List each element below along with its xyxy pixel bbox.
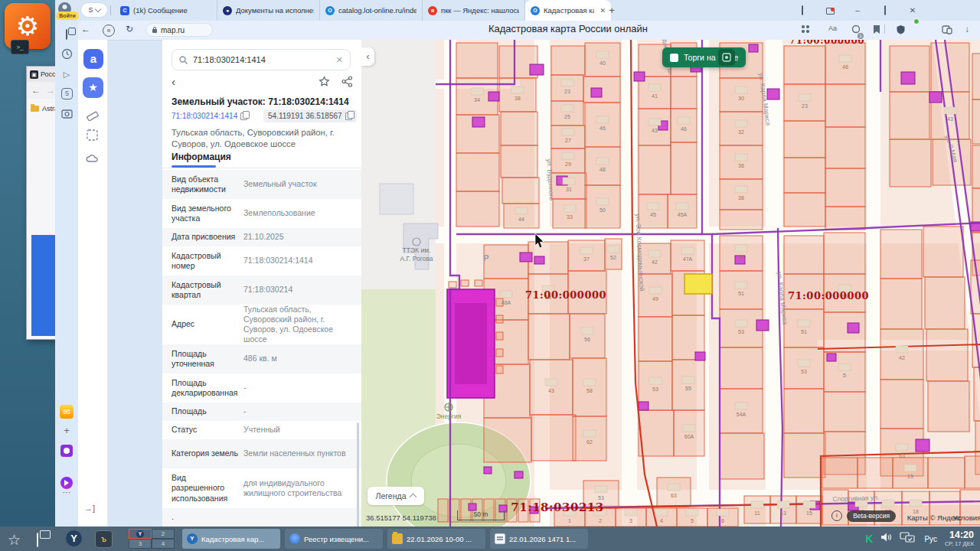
parcel[interactable] bbox=[501, 112, 537, 145]
parcel[interactable] bbox=[456, 43, 498, 78]
add-service-icon[interactable]: + bbox=[60, 425, 73, 437]
parcel[interactable] bbox=[928, 458, 965, 488]
yandex-browser-taskbar-icon[interactable]: Y bbox=[66, 530, 82, 546]
parcel[interactable] bbox=[720, 112, 763, 145]
parcel[interactable] bbox=[825, 43, 865, 84]
parcel[interactable] bbox=[605, 239, 622, 269]
measure-icon[interactable] bbox=[86, 107, 100, 121]
parcel[interactable] bbox=[449, 282, 456, 288]
parcel[interactable] bbox=[553, 199, 586, 228]
parcel[interactable] bbox=[784, 84, 825, 121]
parcel[interactable] bbox=[784, 121, 825, 158]
language-indicator[interactable]: Рус bbox=[924, 535, 937, 543]
parcel[interactable] bbox=[671, 240, 704, 271]
tab[interactable]: япкк — Яндекс: нашлось bbox=[423, 0, 525, 21]
app-taskbar-icon[interactable]: ъ bbox=[95, 530, 113, 548]
coords-chip[interactable]: 54.119191 36.518567 bbox=[263, 109, 357, 122]
parcel[interactable] bbox=[825, 168, 865, 207]
tab[interactable]: C(1k) Сообщение bbox=[115, 0, 217, 21]
parcel[interactable] bbox=[438, 499, 448, 522]
favorite-star-icon[interactable] bbox=[318, 76, 330, 90]
parcel[interactable] bbox=[720, 210, 763, 230]
select-area-icon[interactable] bbox=[86, 129, 100, 142]
parcel[interactable] bbox=[825, 84, 865, 127]
notifications-icon[interactable]: 1 bbox=[851, 24, 861, 37]
parcel[interactable] bbox=[672, 360, 704, 410]
parcel[interactable] bbox=[496, 349, 503, 357]
parcel[interactable] bbox=[784, 158, 825, 193]
mail-icon[interactable]: ✉ bbox=[60, 405, 74, 419]
show-windows-icon[interactable] bbox=[37, 533, 38, 547]
parcel[interactable] bbox=[965, 456, 980, 488]
legend-button[interactable]: Легенда bbox=[368, 487, 424, 505]
parcel[interactable] bbox=[784, 433, 825, 478]
collapse-panel-icon[interactable]: →] bbox=[84, 504, 95, 513]
parcel[interactable] bbox=[880, 230, 922, 279]
play-icon[interactable]: ▷ bbox=[60, 68, 73, 80]
info-icon[interactable]: i bbox=[831, 510, 842, 521]
parcel[interactable] bbox=[926, 329, 968, 381]
tab-counter[interactable]: 5 bbox=[61, 88, 73, 99]
login-badge[interactable]: Войти bbox=[56, 11, 79, 20]
more-icon[interactable]: ⋯ bbox=[60, 486, 73, 498]
share-icon[interactable] bbox=[341, 76, 353, 90]
parcel[interactable] bbox=[880, 279, 922, 329]
parcel[interactable] bbox=[824, 392, 865, 432]
extension-puzzle-icon[interactable] bbox=[942, 24, 952, 37]
settings-app-icon[interactable]: ⚙ >_ bbox=[5, 3, 51, 49]
auctions-extra-button[interactable] bbox=[718, 49, 735, 66]
parcel[interactable] bbox=[824, 233, 865, 274]
back-icon[interactable]: ← bbox=[81, 24, 90, 34]
parcel[interactable] bbox=[496, 315, 503, 323]
parcel[interactable] bbox=[551, 46, 585, 75]
parcel[interactable] bbox=[720, 179, 763, 210]
parcel[interactable] bbox=[893, 458, 928, 488]
parcel[interactable] bbox=[668, 194, 697, 228]
address-bar[interactable]: map.ru bbox=[145, 23, 213, 37]
parcel[interactable] bbox=[744, 496, 770, 523]
parcel[interactable] bbox=[784, 309, 824, 347]
parcel[interactable] bbox=[720, 236, 763, 271]
parcel[interactable] bbox=[639, 410, 674, 456]
maximize-button[interactable] bbox=[879, 5, 891, 17]
parcel[interactable] bbox=[496, 366, 503, 373]
parcel[interactable] bbox=[784, 46, 825, 84]
minimize-button[interactable]: – bbox=[851, 5, 864, 17]
clock[interactable]: 14:20 СР, 17 ДЕК bbox=[945, 530, 977, 547]
parcel[interactable] bbox=[484, 418, 531, 462]
parcel[interactable] bbox=[639, 317, 672, 361]
tab-group-chip[interactable]: S bbox=[81, 3, 107, 17]
parcel[interactable] bbox=[972, 145, 980, 188]
parcel[interactable] bbox=[770, 496, 796, 523]
parcel[interactable] bbox=[720, 145, 763, 179]
tab-list-icon[interactable] bbox=[824, 5, 836, 17]
fm-forward-icon[interactable]: → bbox=[46, 85, 55, 96]
parcel[interactable] bbox=[923, 227, 963, 277]
cadnum-chip[interactable]: 71:18:030214:1414 bbox=[172, 112, 247, 120]
start-menu-icon[interactable]: ☆ bbox=[8, 531, 21, 549]
yandex-services-icon[interactable]: я bbox=[103, 24, 115, 37]
shield-icon[interactable] bbox=[896, 24, 906, 37]
tab[interactable]: ●Документы на исполнен bbox=[217, 0, 320, 21]
parcel[interactable] bbox=[671, 142, 697, 194]
parcel[interactable] bbox=[502, 178, 539, 204]
panel-scrollbar[interactable] bbox=[357, 422, 359, 527]
tab[interactable]: Ocatalog.lot-online.ru/inde bbox=[320, 0, 423, 21]
parcel[interactable] bbox=[639, 145, 671, 194]
parcel[interactable] bbox=[784, 347, 824, 389]
screenshot-icon[interactable] bbox=[60, 108, 73, 120]
parcel[interactable] bbox=[784, 389, 824, 433]
parcel[interactable] bbox=[784, 236, 824, 274]
displays-icon[interactable] bbox=[900, 531, 916, 546]
parcel[interactable] bbox=[528, 314, 570, 360]
parcel[interactable] bbox=[568, 240, 605, 271]
parcel[interactable] bbox=[880, 329, 923, 380]
tab-information[interactable]: Информация bbox=[172, 152, 231, 162]
parcel[interactable] bbox=[972, 99, 980, 144]
parcel[interactable] bbox=[496, 332, 503, 340]
bookmark-icon[interactable] bbox=[873, 24, 880, 37]
favorites-button[interactable]: ★ bbox=[83, 77, 103, 98]
parcel[interactable] bbox=[720, 78, 763, 112]
extensions-grid-icon[interactable] bbox=[802, 25, 809, 33]
kaspersky-icon[interactable]: K bbox=[865, 533, 873, 545]
